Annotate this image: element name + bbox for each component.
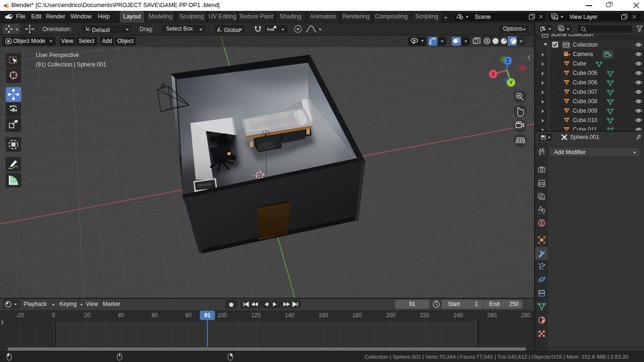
- svg-text:Z: Z: [506, 58, 509, 64]
- svg-text:Y: Y: [510, 80, 513, 85]
- svg-text:User Perspective: User Perspective: [36, 52, 79, 58]
- svg-text:(91) Collection | Sphere.001: (91) Collection | Sphere.001: [36, 61, 107, 68]
- svg-text:X: X: [492, 72, 495, 77]
